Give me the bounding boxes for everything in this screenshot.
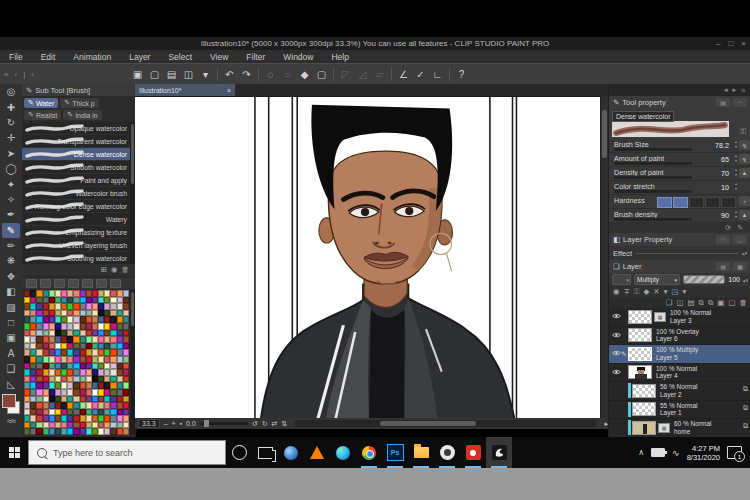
opacity-slider[interactable] (683, 275, 725, 284)
document-tab[interactable]: Illustration10* × (135, 84, 235, 96)
new-file-icon[interactable]: ▢ (146, 67, 163, 82)
panel-tab-stub[interactable]: ▦ (733, 262, 747, 271)
subtool-tab-water[interactable]: ✎Water (24, 98, 58, 108)
canvas-nav-icon[interactable]: ↺ (252, 420, 258, 428)
property-slider[interactable] (614, 162, 692, 165)
subtool-footer-icon[interactable]: 🗑 (122, 265, 130, 274)
save-dropdown-icon[interactable]: ▾ (197, 67, 214, 82)
airbrush-tool[interactable]: ✏ (2, 238, 20, 253)
blend-tool[interactable]: ❖ (2, 269, 20, 284)
opacity-spinner[interactable]: ▴▾ (743, 277, 748, 283)
zoom-out-button[interactable]: – (164, 420, 168, 427)
menu-layer[interactable]: Layer (120, 52, 159, 62)
brush-item[interactable]: Dense watercolor (22, 148, 135, 161)
select-wand-icon[interactable]: ◌ (262, 67, 279, 82)
layer-visibility-eye-icon[interactable] (611, 332, 621, 339)
layer-visibility-eye-icon[interactable] (611, 369, 621, 376)
layer-action-icon[interactable]: ⧉ (699, 298, 704, 308)
property-spinner[interactable]: ▴▾ (735, 140, 737, 149)
tool-property-brush-size[interactable]: Brush Size78.2▴▾↯ (609, 139, 750, 153)
browser-app[interactable] (278, 437, 304, 468)
transparent-color-icon[interactable]: ≈≈ (7, 416, 15, 426)
brush-tool[interactable]: ✎ (2, 223, 20, 238)
color-swatch[interactable] (123, 389, 129, 396)
blend-mode-select[interactable]: Multiply▾ (634, 274, 680, 285)
color-set-header-icon[interactable] (82, 279, 93, 288)
color-swatch[interactable] (123, 316, 129, 323)
effect-spinner[interactable]: ▴▾ (742, 250, 747, 256)
operation-tool[interactable]: ➤ (2, 146, 20, 161)
property-slider[interactable] (614, 176, 692, 179)
color-swatch[interactable] (123, 330, 129, 337)
palette-color-combo[interactable]: ▾ (612, 274, 631, 285)
tool-property-footer-icon[interactable]: ✎ (737, 224, 743, 232)
layer-action-icon[interactable]: ▤ (688, 298, 695, 307)
tray-chevron-icon[interactable]: ∧ (638, 448, 644, 457)
toolbar-nav-icon[interactable]: ‹ (14, 70, 17, 79)
layer-thumbnail[interactable] (632, 402, 656, 416)
edge-app[interactable] (330, 437, 356, 468)
text-tool[interactable]: A (2, 346, 20, 361)
battery-icon[interactable] (651, 448, 665, 457)
subtool-tab-thick-p[interactable]: ✎Thick p (60, 98, 98, 108)
color-set-header-icon[interactable] (68, 279, 79, 288)
layer-row-layer-1[interactable]: 55 % NormalLayer 1⧉ (609, 401, 750, 420)
color-set-header-icon[interactable] (110, 279, 121, 288)
color-swatch[interactable] (123, 369, 129, 376)
start-button[interactable] (0, 437, 28, 468)
tool-property-amount-of-paint[interactable]: Amount of paint65▴▾↯ (609, 153, 750, 167)
color-swatch[interactable] (123, 303, 129, 310)
move-tool[interactable]: ✛ (2, 130, 20, 145)
property-spinner[interactable]: ▴▾ (735, 210, 737, 219)
decoration-tool[interactable]: ❋ (2, 253, 20, 268)
panel-strip-icon[interactable]: ≡ (741, 87, 745, 94)
color-set-header-icon[interactable] (96, 279, 107, 288)
color-swatch[interactable] (123, 290, 129, 297)
layer-thumbnail[interactable] (628, 365, 652, 379)
layer-thumbnail[interactable] (628, 328, 652, 342)
menu-window[interactable]: Window (274, 52, 322, 62)
property-extra-button[interactable]: ▲ (739, 168, 750, 178)
tool-property-brush-density[interactable]: Brush density90▴▾▲ (609, 209, 750, 223)
recorder-app[interactable] (460, 437, 486, 468)
maximize-button[interactable]: □ (728, 39, 733, 48)
hand-tool[interactable]: ✚ (2, 99, 20, 114)
snap-ruler-icon[interactable]: ∠ (395, 67, 412, 82)
layer-row-home[interactable]: ▦60 % Normalhome⧉ (609, 419, 750, 438)
color-swatch[interactable] (123, 310, 129, 317)
subtool-tab-india-in[interactable]: ✎India in (63, 110, 101, 120)
brush-item[interactable]: Uneven layering brush (22, 239, 135, 252)
layer-row-layer-5[interactable]: ✎100 % MultiplyLayer 5 (609, 345, 750, 364)
color-swatch[interactable] (123, 356, 129, 363)
color-swatch[interactable] (123, 382, 129, 389)
subtool-footer-icon[interactable]: ◉ (111, 265, 118, 274)
brush-item[interactable]: Running color edge watercolor (22, 200, 135, 213)
line-correct-tool[interactable]: ◺ (2, 376, 20, 391)
file-explorer-app[interactable] (408, 437, 434, 468)
layer-visibility-eye-icon[interactable] (611, 313, 621, 320)
fill-tool[interactable]: ◧ (2, 284, 20, 299)
taskbar-clock[interactable]: 4:27 PM 8/31/2020 (687, 444, 720, 462)
gradient-tool[interactable]: ▨ (2, 299, 20, 314)
brush-item[interactable]: Transparent watercolor (22, 135, 135, 148)
layer-visibility-eye-icon[interactable] (611, 350, 621, 357)
color-swatch-control[interactable] (2, 394, 20, 414)
zoom-slider[interactable] (200, 422, 248, 425)
color-swatch[interactable] (123, 409, 129, 416)
cortana-button[interactable] (226, 437, 252, 468)
layer-tool-icon[interactable]: ◉ (613, 287, 620, 296)
color-swatch[interactable] (123, 343, 129, 350)
brush-item[interactable]: Emphasizing texture (22, 226, 135, 239)
color-swatch[interactable] (123, 396, 129, 403)
layer-mask-thumbnail[interactable]: ▦ (658, 423, 670, 433)
canvas-nav-icon[interactable]: ⇄ (272, 420, 278, 428)
balloon-tool[interactable]: ❑ (2, 361, 20, 376)
brush-item[interactable]: Watercolor brush (22, 187, 135, 200)
layer-row-layer-3[interactable]: ▦100 % NormalLayer 3 (609, 308, 750, 327)
property-extra-button[interactable]: › (739, 196, 750, 206)
property-extra-button[interactable]: ▲ (739, 210, 750, 220)
taskbar-search[interactable]: Type here to search (28, 440, 226, 465)
foreground-color-swatch[interactable] (2, 394, 16, 408)
panel-tab-stub[interactable]: ▤ (716, 262, 730, 271)
panel-strip-icon[interactable]: ▸ (732, 86, 736, 94)
